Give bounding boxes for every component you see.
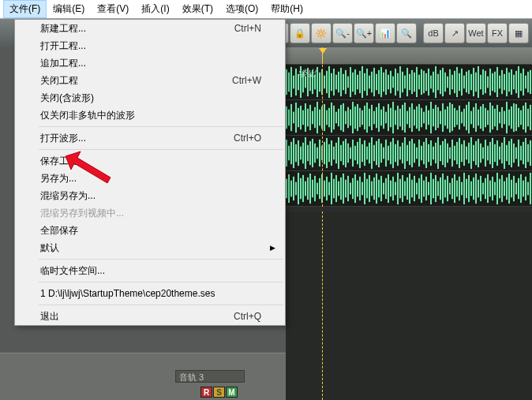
track-name-label[interactable]: 音轨 3: [175, 370, 245, 383]
menu-insert[interactable]: 插入(I): [135, 0, 175, 18]
svg-rect-124: [328, 108, 330, 127]
svg-rect-403: [492, 177, 493, 200]
svg-rect-252: [383, 148, 384, 159]
menu-item[interactable]: 另存为...: [15, 170, 285, 187]
rsm-buttons: R S M: [200, 387, 238, 398]
menu-item[interactable]: 仅关闭非多轨中的波形: [15, 107, 285, 124]
menu-item-label: 打开工程...: [40, 39, 261, 53]
svg-rect-307: [513, 144, 515, 163]
svg-rect-99: [518, 66, 519, 98]
menu-help[interactable]: 帮助(H): [264, 0, 309, 18]
menu-options[interactable]: 选项(O): [219, 0, 264, 18]
menubar: 文件(F) 编辑(E) 查看(V) 插入(I) 效果(T) 选项(O) 帮助(H…: [0, 0, 532, 19]
tool-btn[interactable]: 🔍-: [332, 23, 353, 43]
menu-item[interactable]: 1 D:\lj\ljwj\StartupTheme\cep20theme.ses: [15, 285, 285, 302]
svg-rect-186: [475, 103, 477, 132]
svg-rect-405: [496, 173, 498, 204]
svg-rect-286: [463, 140, 465, 166]
svg-rect-360: [390, 181, 392, 197]
svg-rect-62: [430, 76, 432, 89]
mute-button[interactable]: M: [226, 387, 238, 398]
svg-rect-225: [319, 140, 320, 166]
svg-rect-298: [492, 138, 493, 168]
tool-btn-wet[interactable]: Wet: [466, 23, 486, 43]
svg-rect-218: [302, 143, 304, 163]
menu-edit[interactable]: 编辑(E): [47, 0, 91, 18]
menu-item[interactable]: 新建工程...Ctrl+N: [15, 20, 285, 37]
menu-item[interactable]: 打开波形...Ctrl+O: [15, 129, 285, 147]
submenu-arrow-icon: ▶: [270, 244, 275, 252]
tracks-area[interactable]: 淡出: [286, 65, 532, 207]
solo-button[interactable]: S: [213, 387, 225, 398]
svg-rect-378: [433, 179, 434, 198]
svg-rect-412: [513, 176, 515, 201]
svg-rect-150: [390, 108, 392, 127]
svg-rect-399: [482, 183, 484, 195]
tool-btn[interactable]: 🔍: [396, 23, 417, 43]
svg-rect-316: [286, 179, 287, 198]
svg-rect-164: [423, 112, 425, 124]
svg-rect-158: [409, 107, 410, 128]
menu-item[interactable]: 全部保存: [15, 222, 285, 239]
svg-rect-89: [494, 72, 496, 92]
svg-rect-328: [314, 176, 316, 201]
menu-separator: [39, 282, 283, 282]
svg-rect-118: [314, 107, 316, 128]
svg-rect-273: [433, 147, 434, 160]
menu-item[interactable]: 打开工程...: [15, 37, 285, 54]
svg-rect-191: [487, 110, 489, 125]
svg-rect-173: [444, 110, 446, 126]
menu-item[interactable]: 混缩另存为...: [15, 187, 285, 204]
time-ruler[interactable]: [286, 47, 532, 65]
svg-rect-189: [482, 104, 484, 131]
menu-item[interactable]: 关闭工程Ctrl+W: [15, 72, 285, 89]
svg-rect-368: [409, 174, 410, 204]
menu-item[interactable]: 临时文件空间...: [15, 262, 285, 279]
tool-btn[interactable]: ↗: [444, 23, 465, 43]
svg-rect-227: [324, 142, 325, 164]
menu-effects[interactable]: 效果(T): [176, 0, 219, 18]
record-arm-button[interactable]: R: [200, 387, 212, 398]
menu-item[interactable]: 保存工程: [15, 152, 285, 170]
svg-rect-261: [404, 137, 406, 169]
svg-rect-350: [366, 179, 368, 198]
svg-rect-56: [416, 67, 418, 97]
svg-rect-156: [404, 103, 406, 133]
svg-rect-338: [338, 181, 339, 196]
svg-rect-157: [406, 111, 408, 125]
menu-item[interactable]: 退出Ctrl+Q: [15, 308, 285, 325]
svg-rect-217: [300, 147, 302, 160]
svg-rect-240: [354, 146, 356, 161]
svg-rect-172: [442, 103, 444, 132]
svg-rect-293: [480, 144, 481, 163]
tool-btn[interactable]: 🔍+: [354, 23, 374, 43]
svg-rect-381: [440, 178, 441, 200]
menu-item[interactable]: 关闭(含波形): [15, 89, 285, 107]
svg-rect-54: [411, 70, 413, 94]
empty-tracks[interactable]: [286, 211, 532, 400]
menu-view[interactable]: 查看(V): [91, 0, 135, 18]
tool-btn-fx[interactable]: FX: [487, 23, 508, 43]
svg-rect-371: [416, 183, 418, 195]
svg-rect-184: [470, 111, 472, 125]
tool-btn[interactable]: 🔆: [311, 23, 332, 43]
menu-item[interactable]: 追加工程...: [15, 54, 285, 72]
tool-btn[interactable]: ▦: [508, 23, 529, 43]
svg-rect-101: [523, 69, 524, 95]
svg-rect-49: [399, 66, 401, 98]
svg-rect-67: [442, 68, 444, 96]
svg-rect-414: [518, 178, 519, 199]
tool-btn-db[interactable]: dB: [423, 23, 444, 43]
svg-rect-281: [451, 140, 453, 166]
svg-rect-95: [508, 73, 510, 92]
tool-btn[interactable]: 🔒: [290, 23, 310, 43]
tool-btn[interactable]: 📊: [375, 23, 395, 43]
svg-rect-215: [295, 144, 297, 162]
svg-rect-300: [496, 140, 498, 166]
menu-file[interactable]: 文件(F): [3, 0, 47, 18]
menu-separator: [39, 305, 283, 305]
playhead-marker[interactable]: [322, 47, 323, 64]
menu-item-label: 混缩另存为...: [40, 189, 261, 203]
svg-rect-257: [395, 144, 396, 162]
menu-item[interactable]: 默认▶: [15, 239, 285, 256]
